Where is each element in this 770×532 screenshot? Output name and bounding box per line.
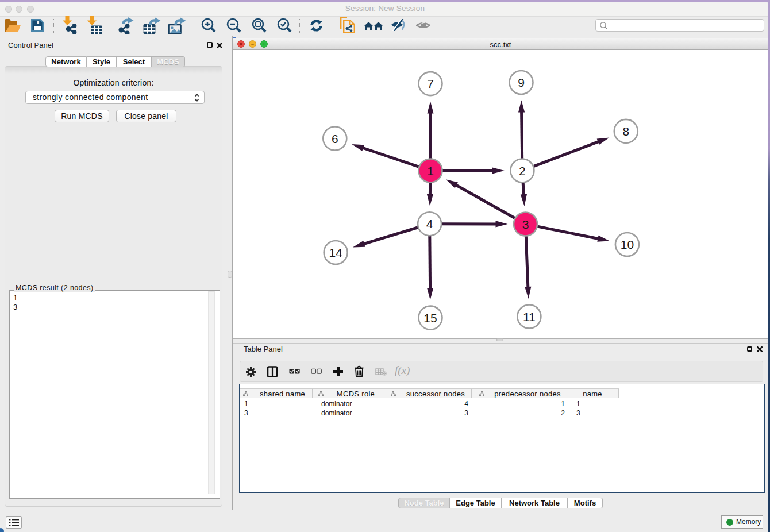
svg-text:15: 15 [424, 311, 437, 325]
svg-text:8: 8 [622, 125, 629, 138]
svg-text:7: 7 [427, 77, 434, 90]
svg-text:14: 14 [329, 246, 343, 259]
svg-text:6: 6 [332, 132, 338, 145]
svg-text:1: 1 [427, 164, 434, 178]
svg-text:3: 3 [522, 218, 529, 231]
svg-text:9: 9 [518, 76, 525, 89]
svg-text:10: 10 [621, 238, 634, 251]
svg-text:2: 2 [519, 164, 526, 178]
svg-text:4: 4 [426, 217, 433, 230]
svg-text:11: 11 [523, 310, 536, 323]
